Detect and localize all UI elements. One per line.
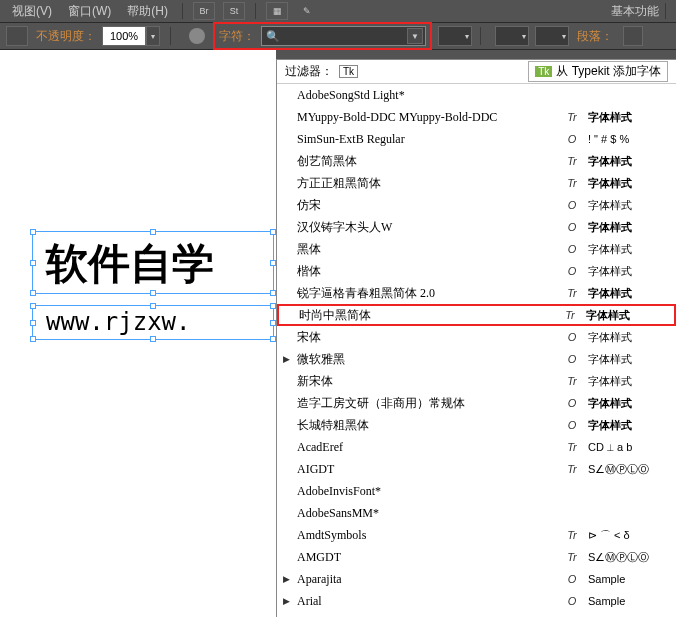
canvas-text-main[interactable]: 软件自学	[46, 236, 214, 292]
workspace-label[interactable]: 基本功能	[611, 3, 659, 20]
font-name: AdobeSansMM*	[297, 506, 564, 521]
font-sample: S∠ⓂⓅⓁⓄ	[588, 462, 668, 477]
font-row[interactable]: AIGDTTrS∠ⓂⓅⓁⓄ	[277, 458, 676, 480]
font-sample: 字体样式	[588, 396, 668, 411]
opacity-input[interactable]	[102, 26, 146, 46]
align-select[interactable]: ▾	[495, 26, 529, 46]
font-type-icon: O	[564, 331, 580, 343]
font-row[interactable]: 黑体O字体样式	[277, 238, 676, 260]
typekit-label: 从 Typekit 添加字体	[556, 63, 661, 80]
canvas-area: 软件自学 www.rjzxw.	[0, 50, 276, 617]
font-name: AcadEref	[297, 440, 564, 455]
expand-arrow-icon[interactable]: ▶	[283, 596, 290, 606]
grid-icon[interactable]: ▦	[266, 2, 288, 20]
font-row[interactable]: Bank Gothic Light BTTrSAMPLE	[277, 612, 676, 617]
font-sample: ⊳ ⌒ < δ	[588, 528, 668, 543]
font-name: 时尚中黑简体	[299, 307, 562, 324]
font-type-icon: Tr	[564, 111, 580, 123]
font-row[interactable]: AdobeInvisFont*	[277, 480, 676, 502]
menu-view[interactable]: 视图(V)	[4, 3, 60, 20]
font-type-icon: O	[564, 353, 580, 365]
font-row[interactable]: 宋体O字体样式	[277, 326, 676, 348]
font-type-icon: O	[564, 595, 580, 607]
font-sample: 字体样式	[588, 418, 668, 433]
font-sample: 字体样式	[588, 286, 668, 301]
font-name: Aparajita	[297, 572, 564, 587]
font-row[interactable]: 楷体O字体样式	[277, 260, 676, 282]
font-sample: 字体样式	[588, 264, 668, 279]
font-sample: 字体样式	[588, 352, 668, 367]
font-name: 锐字逼格青春粗黑简体 2.0	[297, 285, 564, 302]
font-name: 黑体	[297, 241, 564, 258]
feather-icon[interactable]: ✎	[296, 2, 318, 20]
br-icon[interactable]: Br	[193, 2, 215, 20]
tk-filter-icon[interactable]: Tk	[339, 65, 358, 78]
font-row[interactable]: ▶AparajitaOSample	[277, 568, 676, 590]
font-row[interactable]: 长城特粗黑体O字体样式	[277, 414, 676, 436]
para-label: 段落：	[577, 28, 613, 45]
expand-arrow-icon[interactable]: ▶	[283, 354, 290, 364]
font-type-icon: O	[564, 133, 580, 145]
font-type-icon: Tr	[562, 309, 578, 321]
font-name: MYuppy-Bold-DDC MYuppy-Bold-DDC	[297, 110, 564, 125]
menu-help[interactable]: 帮助(H)	[119, 3, 176, 20]
font-row[interactable]: AcadErefTrCD ⟂ a b	[277, 436, 676, 458]
font-name: 创艺简黑体	[297, 153, 564, 170]
opacity-stepper[interactable]: ▾	[146, 26, 160, 46]
st-icon[interactable]: St	[223, 2, 245, 20]
typekit-button[interactable]: Tk 从 Typekit 添加字体	[528, 61, 668, 82]
font-name: AIGDT	[297, 462, 564, 477]
font-type-icon: O	[564, 199, 580, 211]
filter-bar: 过滤器： Tk Tk 从 Typekit 添加字体	[277, 60, 676, 84]
canvas-text-url[interactable]: www.rjzxw.	[46, 308, 191, 336]
font-row[interactable]: ▶ArialOSample	[277, 590, 676, 612]
font-row[interactable]: SimSun-ExtB RegularO! " # $ %	[277, 128, 676, 150]
font-row[interactable]: 汉仪铸字木头人WO字体样式	[277, 216, 676, 238]
font-row[interactable]: AdobeSansMM*	[277, 502, 676, 524]
font-sample: 字体样式	[586, 308, 666, 323]
chevron-down-icon[interactable]: ▼	[407, 28, 423, 44]
font-row[interactable]: 造字工房文研（非商用）常规体O字体样式	[277, 392, 676, 414]
font-type-icon: Tr	[564, 375, 580, 387]
menubar: 视图(V) 窗口(W) 帮助(H) Br St ▦ ✎ 基本功能	[0, 0, 676, 22]
font-name: 新宋体	[297, 373, 564, 390]
font-type-icon: O	[564, 419, 580, 431]
menu-window[interactable]: 窗口(W)	[60, 3, 119, 20]
circle-icon[interactable]	[189, 28, 205, 44]
style-select[interactable]: ▾	[438, 26, 472, 46]
font-row[interactable]: 方正正粗黑简体Tr字体样式	[277, 172, 676, 194]
option-select[interactable]: ▾	[535, 26, 569, 46]
font-row[interactable]: 创艺简黑体Tr字体样式	[277, 150, 676, 172]
font-row[interactable]: AdobeSongStd Light*	[277, 84, 676, 106]
separator	[665, 3, 666, 19]
font-name: 长城特粗黑体	[297, 417, 564, 434]
font-panel: 过滤器： Tk Tk 从 Typekit 添加字体 AdobeSongStd L…	[276, 59, 676, 617]
font-sample: ! " # $ %	[588, 133, 668, 145]
font-sample: 字体样式	[588, 242, 668, 257]
font-name: SimSun-ExtB Regular	[297, 132, 564, 147]
font-name: AdobeInvisFont*	[297, 484, 564, 499]
font-row[interactable]: AMGDTTrS∠ⓂⓅⓁⓄ	[277, 546, 676, 568]
tk-green-icon: Tk	[535, 66, 552, 77]
char-label: 字符：	[219, 28, 255, 45]
font-name: AdobeSongStd Light*	[297, 88, 564, 103]
expand-arrow-icon[interactable]: ▶	[283, 574, 290, 584]
font-sample: 字体样式	[588, 198, 668, 213]
font-type-icon: O	[564, 221, 580, 233]
tool-swatch[interactable]	[6, 26, 28, 46]
font-row[interactable]: 时尚中黑简体Tr字体样式	[277, 304, 676, 326]
font-dropdown[interactable]: 🔍 ▼	[261, 26, 426, 46]
font-list[interactable]: AdobeSongStd Light*MYuppy-Bold-DDC MYupp…	[277, 84, 676, 617]
font-row[interactable]: AmdtSymbolsTr⊳ ⌒ < δ	[277, 524, 676, 546]
font-name: AmdtSymbols	[297, 528, 564, 543]
font-type-icon: O	[564, 265, 580, 277]
font-name: AMGDT	[297, 550, 564, 565]
font-row[interactable]: 新宋体Tr字体样式	[277, 370, 676, 392]
toolbar: 不透明度： ▾ 字符： 🔍 ▼ ▾ ▾ ▾ 段落：	[0, 22, 676, 50]
font-row[interactable]: 仿宋O字体样式	[277, 194, 676, 216]
font-row[interactable]: MYuppy-Bold-DDC MYuppy-Bold-DDCTr字体样式	[277, 106, 676, 128]
para-panel-icon[interactable]	[623, 26, 643, 46]
font-row[interactable]: 锐字逼格青春粗黑简体 2.0Tr字体样式	[277, 282, 676, 304]
highlighted-font-area: 字符： 🔍 ▼	[213, 22, 432, 50]
font-row[interactable]: ▶微软雅黑O字体样式	[277, 348, 676, 370]
